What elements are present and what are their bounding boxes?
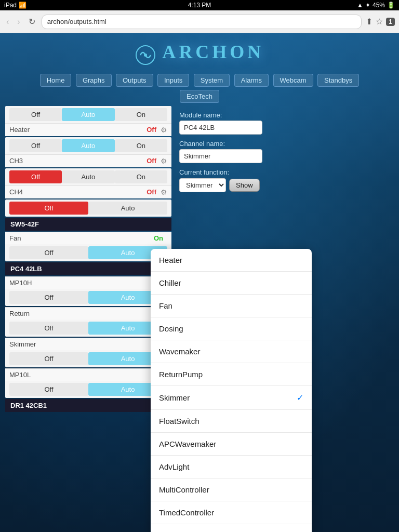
logo-area: ARCHON [0, 33, 399, 73]
on-button[interactable]: On [115, 108, 167, 121]
carrier-label: iPad [4, 2, 17, 9]
gear-icon[interactable]: ⚙ [161, 157, 167, 165]
dropdown-item-apcwavemaker[interactable]: APCWavemaker [151, 433, 312, 456]
channel-info: CH4 Off ⚙ [5, 185, 171, 198]
nav-standbys[interactable]: Standbys [317, 74, 359, 87]
nav-inputs[interactable]: Inputs [157, 74, 189, 87]
channel-controls: Off Auto [5, 289, 171, 306]
dropdown-item-dosing[interactable]: Dosing [151, 317, 312, 340]
dropdown-item-label: Skimmer [159, 393, 190, 402]
dropdown-item-heater[interactable]: Heater [151, 249, 312, 272]
channel-info: Skimmer On [5, 338, 171, 350]
off-button[interactable]: Off [9, 108, 62, 121]
function-select[interactable]: Skimmer [179, 178, 226, 192]
channel-controls: Off Auto On [5, 106, 171, 123]
auto-button[interactable]: Auto [62, 139, 114, 152]
gear-icon[interactable]: ⚙ [161, 188, 167, 196]
on-button[interactable]: On [115, 139, 167, 152]
channel-controls: Off Auto [5, 381, 171, 398]
dropdown-item-advlight[interactable]: AdvLight [151, 456, 312, 478]
status-bar: iPad 📶 4:13 PM ▲ ✦ 45% 🔋 [0, 0, 399, 10]
show-button[interactable]: Show [229, 179, 260, 192]
auto-button[interactable]: Auto [88, 202, 167, 215]
dropdown-item-label: ReturnPump [159, 370, 203, 379]
nav-ecotech[interactable]: EcoTech [180, 90, 219, 103]
dropdown-item-chiller[interactable]: Chiller [151, 272, 312, 295]
channel-row: Skimmer On Off Auto [5, 338, 171, 367]
dropdown-item-label: AdvLight [159, 462, 189, 471]
function-dropdown[interactable]: Heater Chiller Fan Dosing Wavemaker Retu… [151, 249, 312, 532]
nav-bar: Home Graphs Outputs Inputs System Alarms… [0, 73, 399, 103]
dropdown-item-label: Fan [159, 301, 172, 310]
channel-info: Return On [5, 307, 171, 320]
dropdown-item-floatswitch[interactable]: FloatSwitch [151, 410, 312, 433]
battery-label: 45% [373, 2, 385, 9]
address-bar[interactable] [42, 15, 362, 29]
nav-webcam[interactable]: Webcam [273, 74, 313, 87]
channel-info: MP10H On [5, 276, 171, 289]
nav-alarms[interactable]: Alarms [234, 74, 269, 87]
dropdown-item-label: MultiController [159, 485, 209, 494]
channel-status: Off [147, 126, 156, 134]
channel-name: MP10H [9, 279, 154, 287]
current-function-label: Current function: [179, 168, 386, 176]
off-button-red[interactable]: Off [9, 202, 88, 215]
channel-name-label: Channel name: [179, 140, 386, 148]
dropdown-item-returnpump[interactable]: ReturnPump [151, 363, 312, 386]
channel-row: MP10H On Off Auto [5, 276, 171, 306]
auto-button[interactable]: Auto [62, 170, 114, 183]
tab-count[interactable]: 1 [386, 18, 395, 26]
dropdown-item-label: Dosing [159, 324, 183, 333]
dropdown-item-wavemaker[interactable]: Wavemaker [151, 340, 312, 363]
channel-status: Off [147, 188, 156, 196]
logo-text: ARCHON [162, 42, 264, 62]
forward-button[interactable]: › [15, 16, 22, 28]
channel-name-input[interactable] [179, 149, 262, 163]
channel-name: Skimmer [9, 340, 154, 348]
section-header-pc4: PC4 42LB [5, 262, 171, 275]
nav-home[interactable]: Home [40, 74, 72, 87]
auto-button[interactable]: Auto [62, 108, 114, 121]
dropdown-item-mlc[interactable]: MLC [151, 524, 312, 532]
channel-name: CH3 [9, 157, 147, 165]
dropdown-item-timedcontroller[interactable]: TimedController [151, 501, 312, 524]
dropdown-item-label: FloatSwitch [159, 417, 200, 425]
module-name-input[interactable] [179, 121, 262, 135]
off-button[interactable]: Off [9, 352, 88, 365]
nav-outputs[interactable]: Outputs [116, 74, 153, 87]
channel-name: Heater [9, 126, 147, 134]
page-background: ARCHON Home Graphs Outputs Inputs System… [0, 33, 399, 532]
wifi-icon: 📶 [19, 2, 26, 9]
dropdown-item-fan[interactable]: Fan [151, 295, 312, 317]
channel-row: Off Auto On CH3 Off ⚙ [5, 137, 171, 167]
nav-system[interactable]: System [194, 74, 230, 87]
gear-icon[interactable]: ⚙ [161, 126, 167, 134]
channel-info: Fan On [5, 232, 171, 244]
bookmark-button[interactable]: ☆ [376, 17, 383, 26]
off-button[interactable]: Off [9, 246, 88, 259]
off-button[interactable]: Off [9, 383, 88, 396]
off-button[interactable]: Off [9, 139, 62, 152]
off-button[interactable]: Off [9, 170, 62, 183]
dropdown-item-multicontroller[interactable]: MultiController [151, 478, 312, 501]
bluetooth-icon: ✦ [365, 2, 370, 9]
nav-graphs[interactable]: Graphs [76, 74, 112, 87]
module-name-label: Module name: [179, 111, 386, 119]
share-button[interactable]: ⬆ [366, 17, 373, 26]
channel-controls: Off Auto [5, 350, 171, 367]
dropdown-item-skimmer[interactable]: Skimmer ✓ [151, 386, 312, 410]
on-button[interactable]: On [115, 170, 167, 183]
back-button[interactable]: ‹ [4, 16, 11, 28]
channels-panel: Off Auto On Heater Off ⚙ Off Auto On [5, 106, 171, 413]
status-bar-left: iPad 📶 [4, 2, 26, 9]
status-bar-time: 4:13 PM [188, 2, 211, 9]
reload-button[interactable]: ↻ [26, 16, 37, 28]
browser-chrome: ‹ › ↻ ⬆ ☆ 1 [0, 10, 399, 33]
channel-info: CH3 Off ⚙ [5, 154, 171, 167]
channel-controls: Off Auto On [5, 137, 171, 154]
channel-status: On [154, 234, 163, 242]
channel-row: Off Auto On Heater Off ⚙ [5, 106, 171, 136]
location-icon: ▲ [357, 2, 363, 9]
off-button[interactable]: Off [9, 322, 88, 335]
off-button[interactable]: Off [9, 291, 88, 304]
